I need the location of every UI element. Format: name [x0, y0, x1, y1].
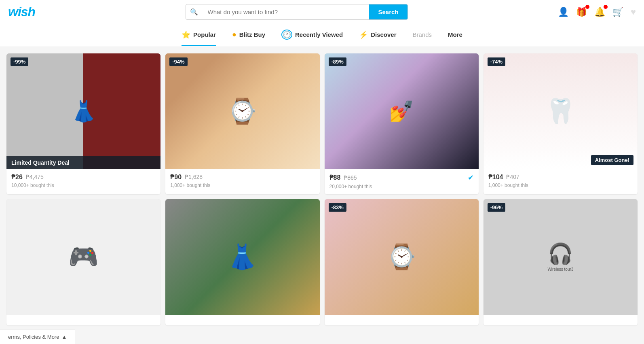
nav-item-discover[interactable]: ⚡ Discover: [359, 30, 396, 46]
discount-badge-2: -94%: [169, 57, 187, 66]
nav-item-blitz-buy[interactable]: ● Blitz Buy: [232, 30, 265, 46]
verified-icon-3: ✔: [468, 173, 474, 182]
product-card-2[interactable]: ⌚ -94% ₱90 ₱1,628 1,000+ bought this: [165, 53, 319, 194]
price-current-2: ₱90: [170, 173, 182, 181]
almost-gone-banner-4: Almost Gone!: [591, 155, 633, 165]
discount-badge-3: -89%: [329, 57, 346, 66]
discover-label: Discover: [371, 31, 396, 38]
bought-text-3: 20,000+ bought this: [329, 184, 474, 189]
cart-icon[interactable]: 🛒: [612, 7, 623, 17]
bought-text-2: 1,000+ bought this: [170, 183, 315, 188]
search-icon: 🔍: [186, 8, 202, 16]
more-label: More: [448, 31, 462, 38]
header-icons: 👤 🎁 🔔 🛒 ♥: [558, 7, 636, 17]
bought-text-1: 10,000+ bought this: [11, 183, 156, 188]
product-info-5: [6, 315, 160, 325]
product-info-2: ₱90 ₱1,628 1,000+ bought this: [165, 169, 319, 193]
nav-item-brands[interactable]: Brands: [413, 31, 432, 45]
search-input[interactable]: [202, 4, 370, 19]
discount-badge-4: -74%: [488, 57, 505, 66]
search-button[interactable]: Search: [369, 4, 407, 19]
price-current-1: ₱26: [11, 173, 23, 181]
discount-badge-7: -83%: [329, 203, 346, 212]
notification-badge: [604, 5, 608, 9]
product-card-1[interactable]: 👗 -99% Limited Quantity Deal ₱26 ₱4,475 …: [6, 53, 160, 194]
main-nav: ⭐ Popular ● Blitz Buy 🕐 Recently Viewed …: [0, 24, 644, 47]
product-info-8: [484, 315, 638, 325]
site-header: wish 🔍 Search 👤 🎁 🔔 🛒 ♥: [0, 0, 644, 24]
price-original-4: ₱407: [506, 174, 519, 180]
nav-item-popular[interactable]: ⭐ Popular: [182, 30, 216, 46]
product-grid-container: 👗 -99% Limited Quantity Deal ₱26 ₱4,475 …: [0, 47, 644, 332]
product-info-3: ₱88 ₱865 ✔ 20,000+ bought this: [325, 169, 479, 194]
search-bar: 🔍 Search: [186, 4, 408, 20]
product-image-6: 👗: [165, 199, 319, 315]
popular-label: Popular: [193, 31, 216, 38]
product-card-5[interactable]: 🎮: [6, 199, 160, 325]
product-image-2: ⌚ -94%: [165, 53, 319, 169]
blitz-buy-label: Blitz Buy: [239, 31, 265, 38]
price-original-2: ₱1,628: [185, 174, 203, 180]
product-image-4: 🦷 -74% Almost Gone!: [484, 53, 638, 169]
discover-icon: ⚡: [359, 30, 368, 39]
product-grid: 👗 -99% Limited Quantity Deal ₱26 ₱4,475 …: [0, 47, 644, 332]
price-original-1: ₱4,475: [26, 174, 44, 180]
price-current-4: ₱104: [488, 173, 503, 181]
product-card-7[interactable]: ⌚ -83%: [325, 199, 479, 325]
product-image-3: 💅 -89%: [325, 53, 479, 169]
profile-icon[interactable]: 👤: [558, 7, 569, 17]
product-image-8: 🎧 Wireless tour3 -96%: [484, 199, 638, 315]
product-image-1: 👗 -99% Limited Quantity Deal: [6, 53, 160, 169]
product-info-7: [325, 315, 479, 325]
site-logo[interactable]: wish: [8, 4, 35, 19]
product-info-4: ₱104 ₱407 1,000+ bought this: [484, 169, 638, 193]
product-info-1: ₱26 ₱4,475 10,000+ bought this: [6, 169, 160, 193]
brands-label: Brands: [413, 31, 432, 38]
product-image-5: 🎮: [6, 199, 160, 315]
notification-icon[interactable]: 🔔: [594, 7, 605, 17]
gift-icon[interactable]: 🎁: [576, 7, 587, 17]
deal-banner-1: Limited Quantity Deal: [6, 156, 160, 169]
nav-item-recently-viewed[interactable]: 🕐 Recently Viewed: [281, 30, 343, 47]
price-current-3: ₱88: [329, 174, 341, 181]
blitz-buy-icon: ●: [232, 30, 236, 39]
recently-viewed-label: Recently Viewed: [295, 31, 343, 38]
discount-badge-8: -96%: [488, 203, 505, 212]
product-card-3[interactable]: 💅 -89% ₱88 ₱865 ✔ 20,000+ bought this: [325, 53, 479, 194]
gift-badge: [585, 5, 589, 9]
popular-icon: ⭐: [182, 30, 190, 39]
wishlist-icon[interactable]: ♥: [631, 7, 636, 17]
discount-badge-1: -99%: [11, 57, 28, 66]
recently-viewed-icon: 🕐: [281, 30, 292, 40]
product-card-4[interactable]: 🦷 -74% Almost Gone! ₱104 ₱407 1,000+ bou…: [484, 53, 638, 194]
price-original-3: ₱865: [344, 174, 357, 181]
product-card-8[interactable]: 🎧 Wireless tour3 -96%: [484, 199, 638, 325]
footer-bar[interactable]: erms, Policies & More ▲: [0, 329, 75, 332]
product-card-6[interactable]: 👗: [165, 199, 319, 325]
product-info-6: [165, 315, 319, 325]
product-image-7: ⌚ -83%: [325, 199, 479, 315]
bought-text-4: 1,000+ bought this: [488, 183, 633, 188]
nav-item-more[interactable]: More: [448, 31, 462, 45]
